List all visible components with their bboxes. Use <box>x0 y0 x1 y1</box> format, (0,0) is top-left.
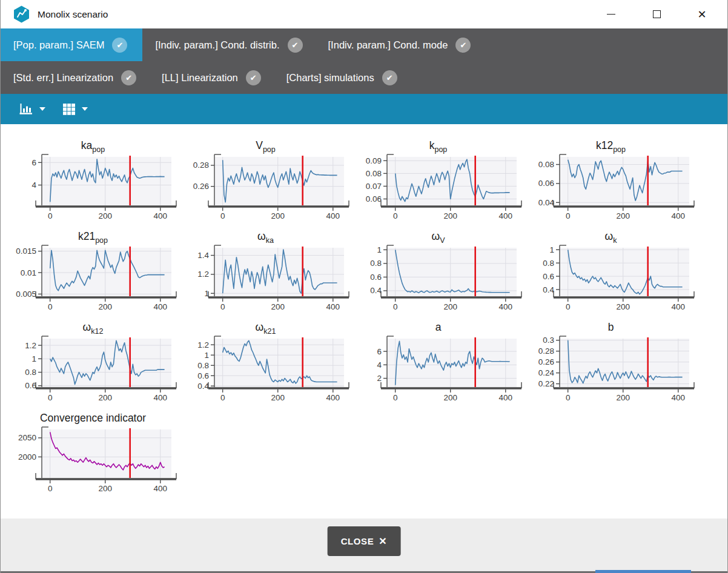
svg-text:400: 400 <box>326 393 340 402</box>
svg-text:2000: 2000 <box>18 452 36 462</box>
plot-omega_ka: 11.21.40200400 <box>179 244 352 316</box>
chart-b: b0.220.240.260.280.30200400 <box>524 318 697 409</box>
svg-text:400: 400 <box>672 211 686 220</box>
tab-std-err-linearization[interactable]: [Std. err.] Linearization✔ <box>1 61 149 94</box>
plot-k21_pop: 0.0050.010.0150200400 <box>7 244 179 316</box>
svg-text:200: 200 <box>616 211 630 220</box>
svg-text:0.07: 0.07 <box>366 182 382 191</box>
plot-b: 0.220.240.260.280.30200400 <box>524 335 697 406</box>
chart-ka_pop: kapop460200400 <box>7 136 179 227</box>
check-icon: ✔ <box>288 38 303 53</box>
tab-row-1: [Pop. param.] SAEM✔[Indiv. param.] Cond.… <box>1 28 727 61</box>
svg-text:400: 400 <box>154 484 168 493</box>
svg-text:0.4: 0.4 <box>370 286 382 295</box>
check-icon: ✔ <box>246 70 261 85</box>
svg-text:0: 0 <box>220 393 225 402</box>
minimize-icon <box>607 14 615 15</box>
tab-row-2: [Std. err.] Linearization✔[LL] Lineariza… <box>1 61 727 94</box>
maximize-button[interactable] <box>648 6 665 23</box>
tab-charts-simulations[interactable]: [Charts] simulations✔ <box>274 61 410 94</box>
svg-text:0.22: 0.22 <box>538 379 554 388</box>
svg-text:0.8: 0.8 <box>197 361 209 370</box>
svg-text:0.24: 0.24 <box>538 368 555 377</box>
bar-chart-icon <box>19 103 33 116</box>
svg-text:0: 0 <box>220 211 225 220</box>
plot-V_pop: 0.260.280200400 <box>179 153 352 225</box>
window-controls: ✕ <box>603 6 710 23</box>
chart-title-omega_k: ωk <box>524 227 697 244</box>
svg-text:0.6: 0.6 <box>197 371 209 380</box>
svg-text:0: 0 <box>393 393 398 402</box>
tab-indiv-param-cond-distrib[interactable]: [Indiv. param.] Cond. distrib.✔ <box>142 28 315 61</box>
svg-text:0.8: 0.8 <box>370 259 382 268</box>
svg-text:0.6: 0.6 <box>25 381 36 390</box>
chart-type-button[interactable] <box>19 103 45 116</box>
svg-text:200: 200 <box>443 302 457 311</box>
chart-title-omega_k21: ωk21 <box>179 318 352 335</box>
window-title: Monolix scenario <box>38 9 108 20</box>
svg-text:0.6: 0.6 <box>370 273 382 282</box>
svg-text:1: 1 <box>204 351 209 360</box>
layout-grid-button[interactable] <box>62 103 88 116</box>
chart-title-convergence_indicator: Convergence indicator <box>7 409 179 426</box>
plot-k_pop: 0.060.070.080.090200400 <box>352 153 524 225</box>
svg-text:0.26: 0.26 <box>193 182 209 191</box>
title-bar: Monolix scenario ✕ <box>1 0 727 28</box>
close-window-icon: ✕ <box>697 9 706 20</box>
svg-text:400: 400 <box>154 302 168 311</box>
svg-text:0: 0 <box>48 302 53 311</box>
svg-text:0.4: 0.4 <box>197 382 209 391</box>
tab-indiv-param-cond-mode[interactable]: [Indiv. param.] Cond. mode✔ <box>316 28 484 61</box>
svg-text:0: 0 <box>48 484 53 493</box>
svg-text:1: 1 <box>31 354 36 363</box>
maximize-icon <box>653 10 661 18</box>
svg-text:400: 400 <box>154 393 168 402</box>
close-x-icon: ✕ <box>379 535 387 547</box>
chart-omega_k12: ωk120.60.811.20200400 <box>7 318 179 409</box>
tab-ll-linearization[interactable]: [LL] Linearization✔ <box>149 61 274 94</box>
svg-text:0: 0 <box>566 211 571 220</box>
svg-text:0.3: 0.3 <box>543 336 554 345</box>
svg-text:0.26: 0.26 <box>538 357 554 366</box>
chart-k21_pop: k21pop0.0050.010.0150200400 <box>7 227 179 318</box>
close-button[interactable]: CLOSE ✕ <box>328 526 401 556</box>
svg-text:200: 200 <box>616 302 630 311</box>
monolix-scenario-window: Monolix scenario ✕ [Pop. param.] SAEM✔[I… <box>0 0 728 573</box>
tab-label: [Indiv. param.] Cond. distrib. <box>155 39 279 51</box>
svg-text:0.08: 0.08 <box>366 169 382 178</box>
chart-title-k12_pop: k12pop <box>524 136 697 153</box>
chart-title-V_pop: Vpop <box>179 136 352 153</box>
svg-text:200: 200 <box>271 302 285 311</box>
chevron-down-icon <box>82 107 88 111</box>
tab-label: [LL] Linearization <box>162 72 238 84</box>
svg-text:0: 0 <box>48 393 53 402</box>
svg-text:0: 0 <box>220 302 225 311</box>
svg-text:200: 200 <box>98 211 112 220</box>
svg-text:0: 0 <box>566 393 571 402</box>
chart-V_pop: Vpop0.260.280200400 <box>179 136 352 227</box>
svg-text:400: 400 <box>326 211 340 220</box>
svg-text:6: 6 <box>31 158 36 167</box>
svg-text:1.2: 1.2 <box>25 341 36 350</box>
chart-title-omega_V: ωV <box>352 227 524 244</box>
svg-text:0.01: 0.01 <box>21 268 36 277</box>
svg-text:200: 200 <box>98 302 112 311</box>
chart-k12_pop: k12pop0.040.060.080200400 <box>524 136 697 227</box>
svg-text:1.4: 1.4 <box>197 251 209 260</box>
close-window-button[interactable]: ✕ <box>693 6 710 23</box>
plot-omega_k12: 0.60.811.20200400 <box>7 335 179 406</box>
chart-title-omega_ka: ωka <box>179 227 352 244</box>
taskbar-peek <box>595 570 691 573</box>
tab-pop-param-saem[interactable]: [Pop. param.] SAEM✔ <box>1 28 142 61</box>
svg-text:200: 200 <box>98 484 112 493</box>
svg-text:400: 400 <box>672 393 686 402</box>
svg-text:1: 1 <box>377 245 382 254</box>
svg-text:2: 2 <box>377 374 382 383</box>
close-button-label: CLOSE <box>341 536 374 546</box>
chart-k_pop: kpop0.060.070.080.090200400 <box>352 136 524 227</box>
check-icon: ✔ <box>455 38 471 53</box>
chart-title-ka_pop: kapop <box>7 136 179 153</box>
minimize-button[interactable] <box>603 6 620 23</box>
svg-text:4: 4 <box>31 181 36 190</box>
check-icon: ✔ <box>121 70 136 85</box>
